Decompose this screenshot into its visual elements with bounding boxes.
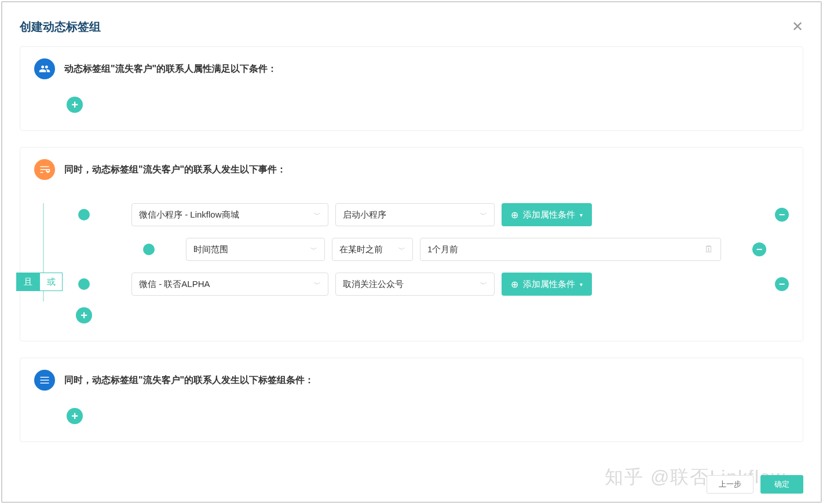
modal-dialog: 创建动态标签组 ✕ 动态标签组"流失客户"的联系人属性满足以下条件： 同时，动态…: [1, 1, 822, 503]
event-name-select-1[interactable]: 启动小程序 ﹀: [335, 203, 495, 226]
chevron-down-icon: ﹀: [310, 245, 317, 255]
add-attribute-condition-button[interactable]: [67, 97, 83, 113]
sliders-icon: [34, 159, 55, 180]
and-button[interactable]: 且: [16, 273, 39, 291]
list-icon: [34, 370, 55, 391]
plus-circle-icon: [511, 209, 518, 220]
event-source-value-1: 微信小程序 - Linkflow商城: [139, 209, 239, 220]
section-attributes-title: 动态标签组"流失客户"的联系人属性满足以下条件：: [64, 63, 277, 75]
or-button[interactable]: 或: [39, 273, 63, 291]
section-tags-header: 同时，动态标签组"流失客户"的联系人发生以下标签组条件：: [20, 358, 803, 402]
add-tag-condition-button[interactable]: [67, 408, 83, 424]
chevron-down-icon: ▾: [580, 212, 583, 218]
chevron-down-icon: ﹀: [398, 245, 405, 255]
close-icon[interactable]: ✕: [792, 19, 803, 35]
section-attributes: 动态标签组"流失客户"的联系人属性满足以下条件：: [20, 46, 803, 131]
section-events-title: 同时，动态标签组"流失客户"的联系人发生以下事件：: [64, 164, 286, 176]
add-attr-condition-button-1[interactable]: 添加属性条件 ▾: [502, 203, 592, 226]
section-events-header: 同时，动态标签组"流失客户"的联系人发生以下事件：: [20, 148, 803, 192]
remove-event-button-2[interactable]: [775, 277, 789, 291]
event-name-select-2[interactable]: 取消关注公众号 ﹀: [335, 273, 495, 296]
event-name-value-2: 取消关注公众号: [343, 279, 404, 290]
node-dot: [78, 278, 90, 290]
event-name-value-1: 启动小程序: [343, 209, 386, 220]
chevron-down-icon: ﹀: [480, 210, 487, 220]
sub-operator-value: 在某时之前: [339, 244, 383, 255]
modal-footer: 上一步 确定: [707, 475, 803, 494]
event-source-value-2: 微信 - 联否ALPHA: [139, 279, 210, 290]
section-attributes-header: 动态标签组"流失客户"的联系人属性满足以下条件：: [20, 47, 803, 91]
sub-field-value: 时间范围: [193, 244, 228, 255]
event-source-select-1[interactable]: 微信小程序 - Linkflow商城 ﹀: [131, 203, 328, 226]
sub-value-input[interactable]: 1个月前 🗓: [420, 238, 721, 261]
section-events: 同时，动态标签组"流失客户"的联系人发生以下事件： 且 或 微信小程序 - Li…: [20, 147, 803, 341]
remove-event-button-1[interactable]: [775, 208, 789, 222]
chevron-down-icon: ▾: [580, 281, 583, 288]
event-row-1: 微信小程序 - Linkflow商城 ﹀ 启动小程序 ﹀ 添加属性条件 ▾: [61, 203, 789, 226]
and-or-toggle: 且 或: [16, 273, 63, 291]
sub-field-select[interactable]: 时间范围 ﹀: [186, 238, 325, 261]
section-tags-title: 同时，动态标签组"流失客户"的联系人发生以下标签组条件：: [64, 374, 314, 387]
add-attr-condition-button-2[interactable]: 添加属性条件 ▾: [502, 273, 592, 296]
sub-operator-select[interactable]: 在某时之前 ﹀: [332, 238, 413, 261]
chevron-down-icon: ﹀: [314, 279, 321, 289]
confirm-button[interactable]: 确定: [760, 475, 803, 494]
remove-sub-condition-button[interactable]: [752, 242, 766, 256]
modal-content: 动态标签组"流失客户"的联系人属性满足以下条件： 同时，动态标签组"流失客户"的…: [2, 46, 821, 442]
sub-value-text: 1个月前: [427, 244, 458, 255]
modal-title: 创建动态标签组: [20, 19, 101, 35]
event-source-select-2[interactable]: 微信 - 联否ALPHA ﹀: [131, 273, 328, 296]
section-events-body: 且 或 微信小程序 - Linkflow商城 ﹀ 启动小程序 ﹀: [20, 192, 803, 341]
calendar-icon: 🗓: [704, 244, 714, 255]
previous-step-button[interactable]: 上一步: [707, 475, 753, 494]
add-attr-label-2: 添加属性条件: [523, 279, 575, 290]
node-dot: [78, 209, 90, 220]
people-icon: [34, 58, 55, 79]
chevron-down-icon: ﹀: [480, 279, 487, 289]
section-tags-body: [20, 402, 803, 442]
chevron-down-icon: ﹀: [314, 210, 321, 220]
event-sub-row-1: 时间范围 ﹀ 在某时之前 ﹀ 1个月前 🗓: [119, 238, 789, 261]
node-dot: [143, 244, 155, 255]
add-event-button[interactable]: [76, 307, 92, 323]
plus-circle-icon: [511, 279, 518, 290]
add-attr-label-1: 添加属性条件: [523, 209, 575, 220]
event-row-2: 微信 - 联否ALPHA ﹀ 取消关注公众号 ﹀ 添加属性条件 ▾: [61, 273, 789, 296]
section-attributes-body: [20, 91, 803, 130]
section-tags: 同时，动态标签组"流失客户"的联系人发生以下标签组条件：: [20, 358, 803, 442]
modal-header: 创建动态标签组 ✕: [2, 2, 821, 46]
